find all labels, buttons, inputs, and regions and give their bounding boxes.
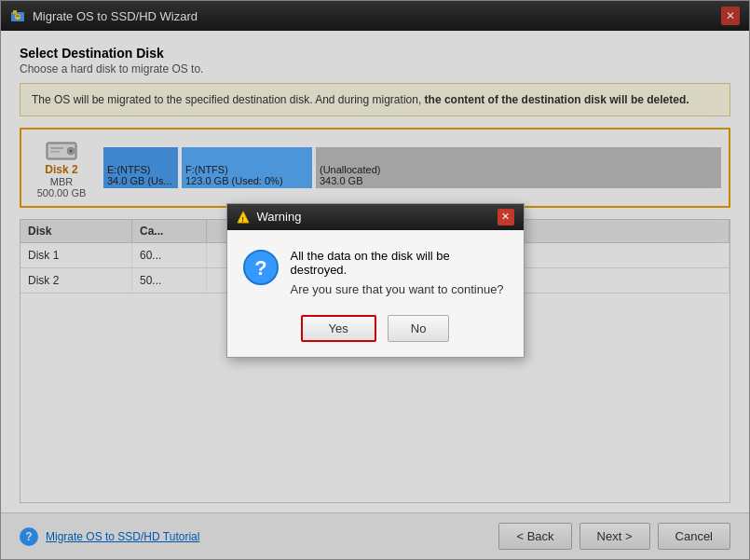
svg-text:?: ?: [254, 256, 266, 280]
yes-button[interactable]: Yes: [301, 315, 376, 342]
dialog-buttons: Yes No: [227, 307, 524, 357]
dialog-warning-icon: !: [237, 211, 250, 224]
dialog-message: All the data on the disk will be destroy…: [291, 249, 509, 296]
dialog-body: ? All the data on the disk will be destr…: [227, 230, 524, 307]
dialog-message-main: All the data on the disk will be destroy…: [291, 249, 509, 277]
dialog-overlay: ! Warning ✕ ? All the data on the disk w…: [0, 0, 750, 560]
dialog-close-button[interactable]: ✕: [498, 209, 514, 225]
dialog-message-sub: Are you sure that you want to continue?: [291, 282, 509, 296]
warning-dialog: ! Warning ✕ ? All the data on the disk w…: [226, 203, 525, 358]
dialog-title: Warning: [257, 210, 302, 224]
dialog-question-icon: ?: [242, 249, 280, 286]
svg-text:!: !: [241, 214, 244, 223]
dialog-title-left: ! Warning: [237, 210, 302, 224]
no-button[interactable]: No: [388, 315, 450, 342]
dialog-title-bar: ! Warning ✕: [227, 204, 524, 230]
